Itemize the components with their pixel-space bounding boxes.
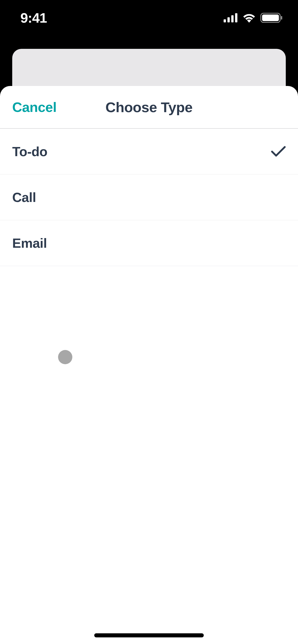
sheet-header: Cancel Choose Type bbox=[0, 86, 298, 129]
status-bar: 9:41 bbox=[0, 0, 298, 36]
cellular-signal-icon bbox=[224, 13, 238, 22]
svg-rect-5 bbox=[262, 14, 279, 21]
type-list: To-do Call Email bbox=[0, 129, 298, 266]
svg-rect-1 bbox=[227, 17, 230, 22]
svg-rect-2 bbox=[231, 15, 234, 22]
status-indicators bbox=[224, 13, 283, 23]
status-time: 9:41 bbox=[20, 10, 47, 26]
type-option-call[interactable]: Call bbox=[0, 174, 298, 220]
type-label: Email bbox=[12, 236, 47, 251]
svg-rect-6 bbox=[281, 16, 282, 20]
home-indicator[interactable] bbox=[94, 633, 204, 637]
battery-icon bbox=[260, 13, 283, 23]
type-label: To-do bbox=[12, 144, 47, 159]
choose-type-sheet: Cancel Choose Type To-do Call Email bbox=[0, 86, 298, 644]
cancel-button[interactable]: Cancel bbox=[12, 99, 57, 115]
sheet-title: Choose Type bbox=[105, 99, 193, 115]
touch-indicator bbox=[58, 350, 72, 364]
svg-rect-3 bbox=[235, 13, 237, 22]
wifi-icon bbox=[242, 13, 256, 23]
type-option-todo[interactable]: To-do bbox=[0, 129, 298, 174]
svg-rect-0 bbox=[224, 19, 226, 22]
type-option-email[interactable]: Email bbox=[0, 220, 298, 266]
checkmark-icon bbox=[271, 146, 286, 157]
type-label: Call bbox=[12, 190, 36, 205]
